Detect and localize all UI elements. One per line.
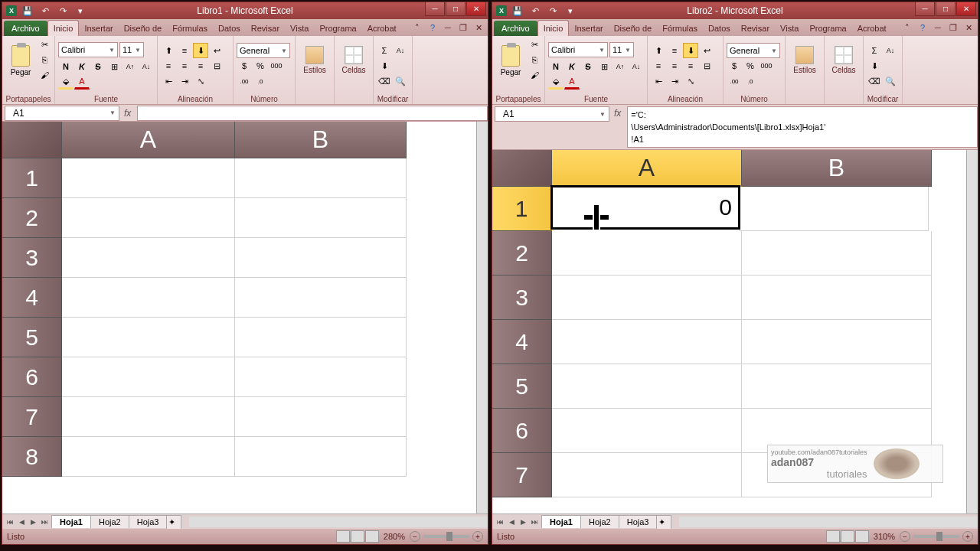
minimize-ribbon-icon[interactable]: ˄	[901, 21, 913, 34]
column-header-a[interactable]: A	[62, 122, 235, 158]
cells-button[interactable]: Celdas	[828, 37, 860, 82]
spreadsheet-grid[interactable]: A B 10234567 youtube.com/adan087tutorial…	[492, 150, 978, 514]
styles-button[interactable]: Estilos	[789, 37, 821, 82]
tab-datos[interactable]: Datos	[703, 21, 736, 36]
row-header-4[interactable]: 4	[492, 320, 552, 364]
paste-button[interactable]: Pegar	[495, 37, 526, 83]
fx-icon[interactable]: fx	[614, 108, 621, 119]
percent-icon[interactable]: %	[743, 58, 758, 73]
tab-acrobat[interactable]: Acrobat	[362, 21, 402, 36]
clear-icon[interactable]: ⌫	[377, 73, 392, 89]
tab-insertar[interactable]: Insertar	[79, 21, 118, 36]
tab-diseno[interactable]: Diseño de	[609, 21, 658, 36]
cell-A8[interactable]	[62, 437, 235, 477]
tab-vista[interactable]: Vista	[285, 21, 314, 36]
redo-icon[interactable]: ↷	[56, 4, 70, 18]
sort-icon[interactable]: A↓	[883, 43, 898, 58]
sheet-nav-prev-icon[interactable]: ◀	[16, 516, 27, 528]
zoom-level[interactable]: 280%	[384, 532, 405, 541]
workbook-close-icon[interactable]: ✕	[962, 21, 975, 34]
align-left-icon[interactable]: ≡	[651, 58, 666, 73]
undo-icon[interactable]: ↶	[38, 4, 52, 18]
vertical-scrollbar[interactable]	[966, 150, 978, 514]
cell-A1[interactable]	[62, 158, 235, 198]
fill-icon[interactable]: ⬇	[377, 58, 392, 73]
zoom-level[interactable]: 310%	[874, 532, 895, 541]
workbook-close-icon[interactable]: ✕	[472, 21, 485, 34]
autosum-icon[interactable]: Σ	[867, 43, 882, 58]
undo-icon[interactable]: ↶	[528, 4, 542, 18]
column-header-a[interactable]: A	[552, 150, 742, 187]
cell-B1[interactable]	[739, 187, 929, 231]
cell-A1[interactable]: 0	[550, 185, 740, 230]
workbook-minimize-icon[interactable]: ─	[932, 21, 944, 34]
sheet-nav-next-icon[interactable]: ▶	[28, 516, 38, 528]
horizontal-scrollbar[interactable]	[189, 517, 488, 527]
align-top-icon[interactable]: ⬆	[161, 43, 176, 58]
tab-inicio[interactable]: Inicio	[47, 20, 80, 36]
row-header-3[interactable]: 3	[492, 276, 552, 320]
normal-view-button[interactable]	[336, 530, 350, 543]
name-box[interactable]: A1▼	[495, 106, 609, 122]
copy-icon[interactable]: ⎘	[38, 53, 51, 67]
cell-A7[interactable]	[552, 453, 742, 497]
row-header-4[interactable]: 4	[2, 278, 62, 318]
shrink-font-icon[interactable]: A↓	[629, 59, 644, 74]
italic-button[interactable]: K	[564, 59, 580, 74]
maximize-button[interactable]: □	[936, 2, 956, 16]
merge-icon[interactable]: ⊟	[209, 58, 224, 73]
number-format-select[interactable]: General▼	[727, 43, 780, 58]
save-icon[interactable]: 💾	[21, 4, 34, 18]
sheet-nav-first-icon[interactable]: ⏮	[495, 516, 505, 528]
page-layout-view-button[interactable]	[841, 530, 854, 543]
sheet-nav-prev-icon[interactable]: ◀	[506, 516, 517, 528]
sheet-tab-hoja3[interactable]: Hoja3	[619, 515, 658, 528]
sheet-nav-next-icon[interactable]: ▶	[518, 516, 528, 528]
tab-revisar[interactable]: Revisar	[246, 21, 285, 36]
tab-programa[interactable]: Programa	[804, 21, 851, 36]
workbook-minimize-icon[interactable]: ─	[442, 21, 454, 34]
cell-A6[interactable]	[62, 357, 235, 397]
copy-icon[interactable]: ⎘	[528, 53, 541, 67]
cell-B5[interactable]	[742, 364, 932, 409]
sheet-tab-hoja2[interactable]: Hoja2	[90, 515, 129, 528]
find-icon[interactable]: 🔍	[393, 73, 408, 89]
cut-icon[interactable]: ✂	[38, 37, 51, 51]
row-header-3[interactable]: 3	[2, 238, 62, 278]
cell-A2[interactable]	[552, 231, 742, 276]
border-button[interactable]: ⊞	[106, 59, 122, 74]
tab-acrobat[interactable]: Acrobat	[852, 21, 892, 36]
cell-B4[interactable]	[235, 278, 407, 318]
page-break-view-button[interactable]	[855, 530, 869, 543]
column-header-b[interactable]: B	[235, 122, 407, 158]
cell-B6[interactable]	[235, 357, 407, 397]
save-icon[interactable]: 💾	[511, 4, 524, 18]
row-header-1[interactable]: 1	[492, 187, 552, 231]
spreadsheet-grid[interactable]: A B 12345678	[2, 122, 488, 514]
tab-formulas[interactable]: Fórmulas	[167, 21, 213, 36]
sheet-nav-last-icon[interactable]: ⏭	[529, 516, 540, 528]
minimize-button[interactable]: ─	[425, 2, 445, 16]
titlebar[interactable]: X 💾 ↶ ↷ ▾ Libro2 - Microsoft Excel ─ □ ✕	[492, 2, 978, 19]
merge-icon[interactable]: ⊟	[699, 58, 714, 73]
sheet-tab-hoja1[interactable]: Hoja1	[541, 515, 581, 528]
align-bottom-icon[interactable]: ⬇	[683, 43, 698, 58]
comma-icon[interactable]: 000	[269, 58, 284, 73]
file-tab[interactable]: Archivo	[4, 21, 47, 36]
cell-A5[interactable]	[62, 318, 235, 357]
select-all-corner[interactable]	[492, 150, 552, 187]
underline-button[interactable]: S	[580, 59, 596, 74]
align-top-icon[interactable]: ⬆	[651, 43, 666, 58]
number-format-select[interactable]: General▼	[237, 43, 290, 58]
sheet-nav-first-icon[interactable]: ⏮	[5, 516, 15, 528]
cell-B5[interactable]	[235, 318, 407, 357]
cell-B2[interactable]	[235, 198, 407, 238]
close-button[interactable]: ✕	[956, 2, 976, 16]
fill-icon[interactable]: ⬇	[867, 58, 882, 73]
zoom-out-button[interactable]: −	[410, 531, 420, 542]
increase-decimal-icon[interactable]: .00	[237, 73, 252, 89]
zoom-out-button[interactable]: −	[900, 531, 910, 542]
bold-button[interactable]: N	[548, 59, 564, 74]
tab-inicio[interactable]: Inicio	[537, 20, 570, 36]
sort-icon[interactable]: A↓	[393, 43, 408, 58]
